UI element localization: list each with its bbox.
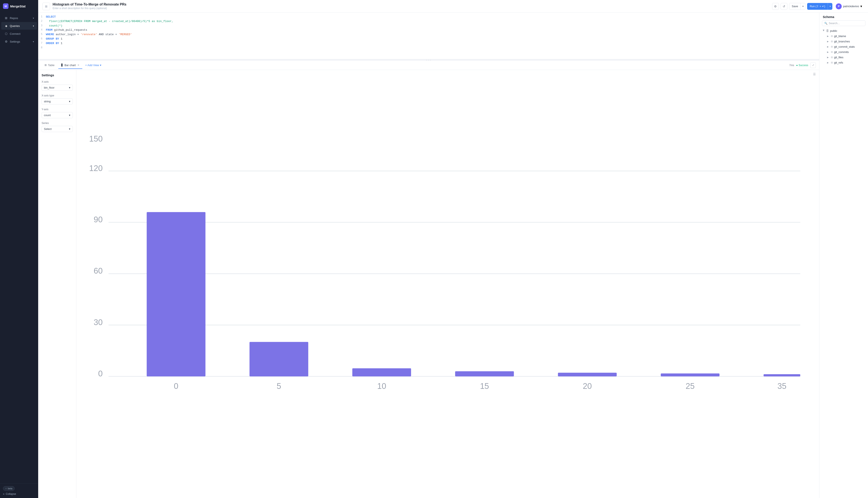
x-axis-label: X-axis bbox=[41, 80, 73, 83]
table-git-commit-stats-label: git_commit_stats bbox=[834, 45, 855, 48]
expand-button[interactable]: ⤢ bbox=[810, 63, 816, 68]
svg-text:90: 90 bbox=[94, 215, 103, 224]
schema-title: Schema bbox=[819, 13, 868, 20]
series-field: Series Select ▾ bbox=[41, 122, 73, 132]
sidebar-item-label: Queries bbox=[10, 24, 20, 28]
run-button[interactable]: Run (⇧ + ↵) ▾ bbox=[807, 3, 832, 10]
y-axis-chevron-icon: ▾ bbox=[69, 114, 71, 117]
add-view-button[interactable]: + Add View ▾ bbox=[83, 62, 103, 68]
schema-search-box[interactable]: 🔍 bbox=[822, 20, 866, 26]
bar-chart-area: ☰ 0 30 60 90 120 150 bbox=[76, 70, 819, 498]
table-git-commit-stats[interactable]: ▶ ⊟ git_commit_stats bbox=[821, 44, 866, 49]
query-info: Histogram of Time-To-Merge of Renovate P… bbox=[53, 2, 126, 10]
code-line-2: 2 floor((EXTRACT(EPOCH FROM merged_at - … bbox=[38, 19, 819, 24]
beta-label: beta bbox=[8, 487, 12, 490]
query-description[interactable]: Enter a short description for this query… bbox=[53, 7, 126, 10]
sidebar-item-repos[interactable]: ⊞ Repos ▾ bbox=[1, 14, 37, 22]
queries-chevron-icon: ▾ bbox=[33, 25, 34, 27]
success-icon: ● bbox=[796, 64, 797, 67]
collapse-button[interactable]: « Collapse bbox=[3, 493, 35, 496]
table-icon: ⊟ bbox=[831, 40, 833, 43]
history-button[interactable]: ↺ bbox=[781, 3, 787, 10]
table-git-blame-label: git_blame bbox=[834, 35, 846, 38]
save-button[interactable]: Save ▾ bbox=[789, 3, 806, 10]
chart-settings-panel: Settings X-axis bin_floor ▾ X-axis type bbox=[38, 70, 76, 498]
beta-badge[interactable]: ○ beta bbox=[3, 486, 15, 491]
table-icon: ⊟ bbox=[831, 61, 833, 64]
y-axis-value: count bbox=[44, 114, 51, 117]
connect-icon: ⬡ bbox=[4, 32, 8, 35]
settings-chevron-icon: ▾ bbox=[33, 40, 34, 43]
tab-table[interactable]: ⊞ Table bbox=[41, 62, 58, 69]
sidebar-bottom: ○ beta « Collapse bbox=[0, 483, 38, 498]
settings-button[interactable]: ⚙ bbox=[772, 3, 779, 10]
svg-text:0: 0 bbox=[174, 382, 178, 391]
table-chevron-icon: ▶ bbox=[827, 40, 830, 43]
repos-icon: ⊞ bbox=[4, 16, 8, 20]
y-axis-select[interactable]: count ▾ bbox=[41, 112, 73, 118]
sidebar: M MergeStat ⊞ Repos ▾ ◈ Queries ▾ ⬡ Conn… bbox=[0, 0, 38, 498]
table-git-refs-label: git_refs bbox=[834, 61, 843, 64]
table-icon: ⊞ bbox=[44, 64, 47, 67]
svg-text:30: 30 bbox=[94, 318, 103, 327]
save-label[interactable]: Save bbox=[789, 3, 801, 10]
svg-rect-16 bbox=[661, 374, 719, 376]
chart-menu-icon[interactable]: ☰ bbox=[813, 73, 816, 76]
code-line-7: 7 ORDER BY 1 bbox=[38, 41, 819, 46]
repos-chevron-icon: ▾ bbox=[33, 17, 34, 19]
x-axis-type-field: X-axis type string ▾ bbox=[41, 94, 73, 104]
table-git-refs[interactable]: ▶ ⊟ git_refs bbox=[821, 60, 866, 65]
chart-container: Settings X-axis bin_floor ▾ X-axis type bbox=[38, 70, 819, 498]
add-view-label: + Add View bbox=[85, 64, 99, 67]
svg-text:0: 0 bbox=[98, 369, 103, 378]
schema-public-item[interactable]: ▶ 🗄 public bbox=[821, 28, 866, 34]
x-axis-type-select[interactable]: string ▾ bbox=[41, 98, 73, 104]
sidebar-item-label: Connect bbox=[10, 32, 20, 35]
svg-rect-15 bbox=[558, 373, 617, 376]
svg-text:15: 15 bbox=[480, 382, 489, 391]
table-git-blame[interactable]: ▶ ⊟ git_blame bbox=[821, 34, 866, 39]
success-label: Success bbox=[799, 64, 808, 67]
x-axis-type-value: string bbox=[44, 100, 51, 103]
sidebar-item-queries[interactable]: ◈ Queries ▾ bbox=[1, 22, 37, 30]
query-time: 7ms bbox=[789, 64, 794, 67]
tab-bar-chart[interactable]: ▋ Bar chart ✕ bbox=[58, 62, 82, 69]
tab-close-icon[interactable]: ✕ bbox=[77, 64, 79, 67]
success-badge: ● Success bbox=[796, 64, 808, 67]
svg-text:120: 120 bbox=[89, 164, 103, 173]
code-line-5: 5 WHERE author_login = 'renovate' AND st… bbox=[38, 32, 819, 37]
schema-public-label: public bbox=[830, 29, 837, 32]
code-editor[interactable]: 1 SELECT 2 floor((EXTRACT(EPOCH FROM mer… bbox=[38, 13, 819, 59]
sidebar-item-settings[interactable]: ⚙ Settings ▾ bbox=[1, 38, 37, 45]
logo-icon: M bbox=[3, 3, 9, 9]
svg-text:10: 10 bbox=[377, 382, 386, 391]
table-icon: ⊟ bbox=[831, 35, 833, 38]
svg-rect-14 bbox=[455, 371, 514, 376]
app-logo[interactable]: M MergeStat bbox=[0, 0, 38, 12]
table-git-branches[interactable]: ▶ ⊟ git_branches bbox=[821, 39, 866, 44]
svg-rect-12 bbox=[250, 342, 308, 376]
x-axis-select[interactable]: bin_floor ▾ bbox=[41, 84, 73, 91]
schema-chevron-icon: ▶ bbox=[822, 30, 825, 32]
table-icon: ⊟ bbox=[831, 56, 833, 59]
bar-chart-tab-icon: ▋ bbox=[61, 64, 63, 67]
run-label[interactable]: Run (⇧ + ↵) bbox=[807, 3, 828, 10]
svg-text:20: 20 bbox=[583, 382, 592, 391]
sidebar-item-label: Repos bbox=[10, 16, 18, 20]
series-label: Series bbox=[41, 122, 73, 124]
sidebar-item-connect[interactable]: ⬡ Connect bbox=[1, 30, 37, 38]
table-git-files[interactable]: ▶ ⊟ git_files bbox=[821, 55, 866, 60]
content-area: 1 SELECT 2 floor((EXTRACT(EPOCH FROM mer… bbox=[38, 13, 868, 498]
table-chevron-icon: ▶ bbox=[827, 45, 830, 48]
y-axis-label: Y-axis bbox=[41, 108, 73, 111]
x-axis-chevron-icon: ▾ bbox=[69, 86, 71, 89]
run-dropdown-icon[interactable]: ▾ bbox=[828, 3, 832, 10]
schema-search-input[interactable] bbox=[829, 22, 863, 25]
table-git-commits[interactable]: ▶ ⊟ git_commits bbox=[821, 49, 866, 55]
schema-db-icon: 🗄 bbox=[826, 29, 829, 32]
user-menu[interactable]: P patrickdevivo ▾ bbox=[834, 2, 864, 10]
svg-text:35: 35 bbox=[777, 382, 786, 391]
results-panel: ⊞ Table ▋ Bar chart ✕ + Add View ▾ 7ms bbox=[38, 61, 819, 498]
save-dropdown-icon[interactable]: ▾ bbox=[801, 3, 805, 10]
series-select[interactable]: Select ▾ bbox=[41, 126, 73, 132]
